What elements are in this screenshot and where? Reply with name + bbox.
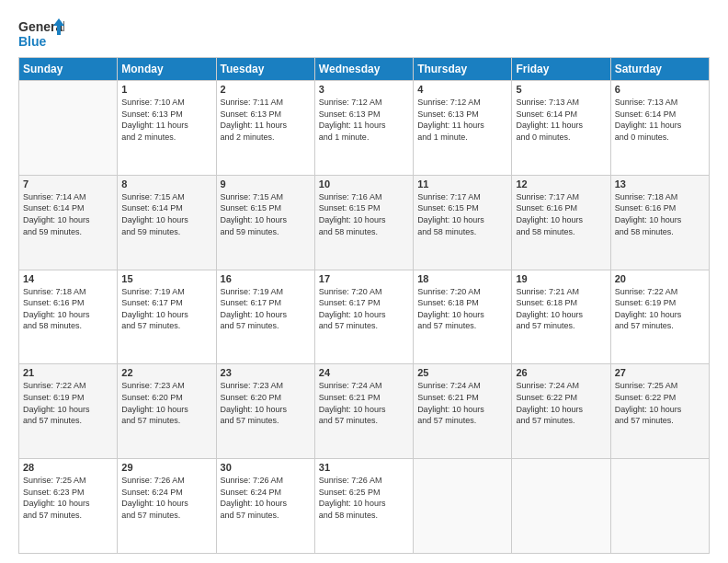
day-info: Sunrise: 7:26 AMSunset: 6:24 PMDaylight:… [221, 475, 311, 521]
day-cell: 18Sunrise: 7:20 AMSunset: 6:18 PMDayligh… [414, 270, 512, 364]
column-header-sunday: Sunday [19, 58, 118, 81]
day-cell: 28Sunrise: 7:25 AMSunset: 6:23 PMDayligh… [19, 459, 118, 554]
day-info: Sunrise: 7:26 AMSunset: 6:25 PMDaylight:… [319, 475, 409, 521]
day-info: Sunrise: 7:24 AMSunset: 6:22 PMDaylight:… [516, 380, 606, 426]
day-info: Sunrise: 7:19 AMSunset: 6:17 PMDaylight:… [121, 286, 211, 332]
day-info: Sunrise: 7:18 AMSunset: 6:16 PMDaylight:… [23, 286, 113, 332]
day-info: Sunrise: 7:24 AMSunset: 6:21 PMDaylight:… [319, 380, 409, 426]
day-number: 4 [417, 84, 507, 95]
day-info: Sunrise: 7:15 AMSunset: 6:15 PMDaylight:… [221, 191, 311, 237]
day-number: 3 [319, 84, 409, 95]
column-header-friday: Friday [512, 58, 610, 81]
day-cell [512, 459, 610, 554]
day-cell: 20Sunrise: 7:22 AMSunset: 6:19 PMDayligh… [610, 270, 709, 364]
day-number: 23 [221, 367, 311, 378]
column-header-saturday: Saturday [610, 58, 709, 81]
day-cell: 27Sunrise: 7:25 AMSunset: 6:22 PMDayligh… [610, 364, 709, 459]
day-info: Sunrise: 7:19 AMSunset: 6:17 PMDaylight:… [221, 286, 311, 332]
day-number: 19 [516, 273, 606, 284]
day-info: Sunrise: 7:23 AMSunset: 6:20 PMDaylight:… [221, 380, 311, 426]
day-cell: 23Sunrise: 7:23 AMSunset: 6:20 PMDayligh… [216, 364, 314, 459]
day-info: Sunrise: 7:18 AMSunset: 6:16 PMDaylight:… [615, 191, 705, 237]
day-number: 18 [417, 273, 507, 284]
day-cell: 8Sunrise: 7:15 AMSunset: 6:14 PMDaylight… [118, 175, 216, 270]
day-info: Sunrise: 7:12 AMSunset: 6:13 PMDaylight:… [319, 97, 409, 143]
day-info: Sunrise: 7:17 AMSunset: 6:15 PMDaylight:… [417, 191, 507, 237]
day-number: 6 [615, 84, 705, 95]
day-info: Sunrise: 7:15 AMSunset: 6:14 PMDaylight:… [121, 191, 211, 237]
week-row-5: 28Sunrise: 7:25 AMSunset: 6:23 PMDayligh… [19, 459, 710, 554]
day-cell: 21Sunrise: 7:22 AMSunset: 6:19 PMDayligh… [19, 364, 118, 459]
day-number: 13 [615, 178, 705, 190]
logo: General Blue [18, 17, 64, 50]
day-cell: 3Sunrise: 7:12 AMSunset: 6:13 PMDaylight… [314, 81, 413, 176]
day-info: Sunrise: 7:20 AMSunset: 6:18 PMDaylight:… [417, 286, 507, 332]
day-number: 20 [615, 273, 705, 284]
day-cell: 31Sunrise: 7:26 AMSunset: 6:25 PMDayligh… [314, 459, 413, 554]
day-number: 14 [23, 273, 113, 284]
day-cell: 6Sunrise: 7:13 AMSunset: 6:14 PMDaylight… [610, 81, 709, 176]
day-cell: 16Sunrise: 7:19 AMSunset: 6:17 PMDayligh… [216, 270, 314, 364]
column-header-thursday: Thursday [414, 58, 512, 81]
day-info: Sunrise: 7:11 AMSunset: 6:13 PMDaylight:… [221, 97, 311, 143]
day-number: 17 [319, 273, 409, 284]
day-cell: 5Sunrise: 7:13 AMSunset: 6:14 PMDaylight… [512, 81, 610, 176]
day-number: 5 [516, 84, 606, 95]
day-cell: 12Sunrise: 7:17 AMSunset: 6:16 PMDayligh… [512, 175, 610, 270]
day-info: Sunrise: 7:23 AMSunset: 6:20 PMDaylight:… [121, 380, 211, 426]
day-number: 27 [615, 367, 705, 378]
day-info: Sunrise: 7:22 AMSunset: 6:19 PMDaylight:… [615, 286, 705, 332]
day-number: 8 [121, 178, 211, 190]
day-number: 25 [417, 367, 507, 378]
day-number: 29 [121, 462, 211, 473]
day-cell: 11Sunrise: 7:17 AMSunset: 6:15 PMDayligh… [414, 175, 512, 270]
day-number: 26 [516, 367, 606, 378]
day-info: Sunrise: 7:26 AMSunset: 6:24 PMDaylight:… [121, 475, 211, 521]
day-cell: 10Sunrise: 7:16 AMSunset: 6:15 PMDayligh… [314, 175, 413, 270]
day-number: 31 [319, 462, 409, 473]
column-header-tuesday: Tuesday [216, 58, 314, 81]
day-number: 21 [23, 367, 113, 378]
day-number: 1 [121, 84, 211, 95]
day-cell: 17Sunrise: 7:20 AMSunset: 6:17 PMDayligh… [314, 270, 413, 364]
calendar-table: SundayMondayTuesdayWednesdayThursdayFrid… [18, 57, 710, 554]
day-info: Sunrise: 7:25 AMSunset: 6:23 PMDaylight:… [23, 475, 113, 521]
day-info: Sunrise: 7:17 AMSunset: 6:16 PMDaylight:… [516, 191, 606, 237]
day-number: 9 [221, 178, 311, 190]
day-info: Sunrise: 7:22 AMSunset: 6:19 PMDaylight:… [23, 380, 113, 426]
day-info: Sunrise: 7:12 AMSunset: 6:13 PMDaylight:… [417, 97, 507, 143]
day-number: 16 [221, 273, 311, 284]
day-cell: 9Sunrise: 7:15 AMSunset: 6:15 PMDaylight… [216, 175, 314, 270]
day-info: Sunrise: 7:24 AMSunset: 6:21 PMDaylight:… [417, 380, 507, 426]
day-info: Sunrise: 7:13 AMSunset: 6:14 PMDaylight:… [615, 97, 705, 143]
day-number: 11 [417, 178, 507, 190]
day-cell: 24Sunrise: 7:24 AMSunset: 6:21 PMDayligh… [314, 364, 413, 459]
day-info: Sunrise: 7:21 AMSunset: 6:18 PMDaylight:… [516, 286, 606, 332]
header: General Blue [18, 17, 710, 50]
day-cell: 7Sunrise: 7:14 AMSunset: 6:14 PMDaylight… [19, 175, 118, 270]
day-info: Sunrise: 7:14 AMSunset: 6:14 PMDaylight:… [23, 191, 113, 237]
day-number: 24 [319, 367, 409, 378]
svg-text:Blue: Blue [18, 34, 47, 49]
day-info: Sunrise: 7:20 AMSunset: 6:17 PMDaylight:… [319, 286, 409, 332]
day-cell: 26Sunrise: 7:24 AMSunset: 6:22 PMDayligh… [512, 364, 610, 459]
day-cell: 2Sunrise: 7:11 AMSunset: 6:13 PMDaylight… [216, 81, 314, 176]
logo-svg: General Blue [18, 17, 64, 50]
week-row-2: 7Sunrise: 7:14 AMSunset: 6:14 PMDaylight… [19, 175, 710, 270]
column-header-monday: Monday [118, 58, 216, 81]
day-number: 10 [319, 178, 409, 190]
day-cell: 19Sunrise: 7:21 AMSunset: 6:18 PMDayligh… [512, 270, 610, 364]
day-cell: 14Sunrise: 7:18 AMSunset: 6:16 PMDayligh… [19, 270, 118, 364]
day-cell [610, 459, 709, 554]
day-info: Sunrise: 7:10 AMSunset: 6:13 PMDaylight:… [121, 97, 211, 143]
day-number: 2 [221, 84, 311, 95]
day-number: 28 [23, 462, 113, 473]
day-cell: 29Sunrise: 7:26 AMSunset: 6:24 PMDayligh… [118, 459, 216, 554]
day-info: Sunrise: 7:13 AMSunset: 6:14 PMDaylight:… [516, 97, 606, 143]
calendar-header-row: SundayMondayTuesdayWednesdayThursdayFrid… [19, 58, 710, 81]
column-header-wednesday: Wednesday [314, 58, 413, 81]
day-cell: 4Sunrise: 7:12 AMSunset: 6:13 PMDaylight… [414, 81, 512, 176]
week-row-3: 14Sunrise: 7:18 AMSunset: 6:16 PMDayligh… [19, 270, 710, 364]
day-cell: 13Sunrise: 7:18 AMSunset: 6:16 PMDayligh… [610, 175, 709, 270]
page: General Blue SundayMondayTuesdayWednesda… [0, 0, 728, 563]
